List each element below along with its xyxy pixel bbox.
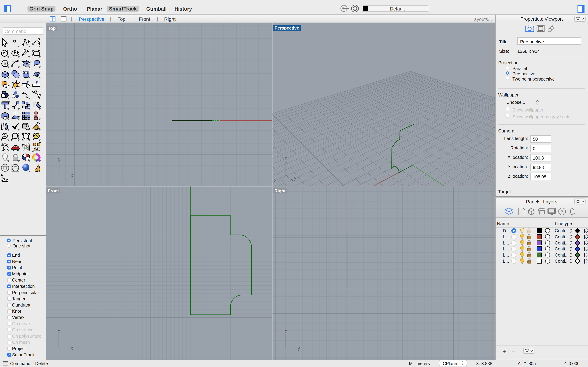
svg-text:?: ?: [561, 209, 563, 214]
svg-text:y: y: [298, 345, 300, 351]
svg-text:x: x: [71, 345, 73, 351]
svg-text:x: x: [71, 173, 73, 178]
svg-text:y: y: [58, 157, 61, 162]
svg-text:z: z: [285, 329, 287, 334]
svg-text:z: z: [58, 329, 60, 334]
